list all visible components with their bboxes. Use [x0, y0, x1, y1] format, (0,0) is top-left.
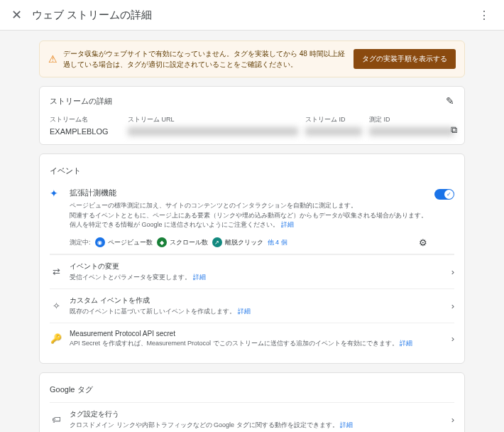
- chevron-right-icon: ›: [451, 266, 454, 277]
- warning-icon: ⚠: [48, 53, 57, 65]
- show-tag-instructions-button[interactable]: タグの実装手順を表示する: [354, 49, 456, 69]
- more-chips-link[interactable]: 他 4 個: [268, 238, 287, 247]
- chevron-right-icon: ›: [451, 414, 454, 425]
- enhanced-measurement-title: 拡張計測機能: [70, 188, 427, 198]
- gear-icon[interactable]: ⚙: [419, 237, 427, 248]
- detail-link[interactable]: 詳細: [400, 340, 412, 347]
- edit-icon[interactable]: ✎: [446, 95, 454, 107]
- events-card: イベント ✦ 拡張計測機能 ページビューの標準測定に加え、サイトのコンテンツとの…: [39, 153, 465, 364]
- stream-url-label: ストリーム URL: [128, 115, 298, 124]
- custom-events-desc: 既存のイベントに基づいて新しいイベントを作成します。 詳細: [70, 307, 444, 316]
- stream-name-value: EXAMPLEBLOG: [50, 127, 121, 136]
- tag-icon: 🏷: [50, 414, 62, 425]
- exit-icon: ↗: [212, 237, 222, 247]
- api-secret-title: Measurement Protocol API secret: [70, 330, 444, 338]
- alert-text: データ収集がウェブサイトで有効になっていません。タグを実装してから 48 時間以…: [63, 48, 348, 70]
- chip-pageview: ◉ページビュー数: [95, 237, 153, 247]
- data-collection-alert: ⚠ データ収集がウェブサイトで有効になっていません。タグを実装してから 48 時…: [39, 40, 465, 77]
- custom-events-row[interactable]: ✧ カスタム イベントを作成 既存のイベントに基づいて新しいイベントを作成します…: [50, 288, 454, 323]
- api-secret-desc: API Secret を作成すれば、Measurement Protocol で…: [70, 339, 444, 348]
- stream-details-card: ストリームの詳細 ✎ ストリーム名 EXAMPLEBLOG ストリーム URL …: [39, 86, 465, 145]
- measurement-id-label: 測定 ID: [369, 115, 454, 124]
- tag-config-row[interactable]: 🏷 タグ設定を行う クロスドメイン リンクや内部トラフィックなどの Google…: [50, 402, 454, 433]
- close-icon[interactable]: ✕: [11, 7, 22, 23]
- key-icon: 🔑: [50, 333, 62, 344]
- sparkle-icon: ✦: [50, 188, 62, 248]
- enhanced-measurement-desc: ページビューの標準測定に加え、サイトのコンテンツとのインタラクションを自動的に測…: [70, 201, 427, 230]
- measurement-id-value: [369, 127, 454, 136]
- page-title: ウェブ ストリームの詳細: [32, 9, 476, 22]
- custom-events-title: カスタム イベントを作成: [70, 296, 444, 306]
- more-menu-icon[interactable]: ⋮: [476, 9, 493, 22]
- sparkle-small-icon: ✧: [50, 301, 62, 311]
- google-tag-card: Google タグ 🏷 タグ設定を行う クロスドメイン リンクや内部トラフィック…: [39, 372, 465, 433]
- scroll-icon: ◆: [157, 237, 167, 247]
- enhanced-measurement-toggle[interactable]: [434, 189, 454, 200]
- tag-config-title: タグ設定を行う: [70, 409, 444, 419]
- stream-details-heading: ストリームの詳細: [50, 96, 112, 107]
- google-tag-heading: Google タグ: [50, 382, 454, 402]
- copy-icon[interactable]: ⧉: [451, 124, 457, 136]
- chevron-right-icon: ›: [451, 301, 454, 311]
- stream-url-value: [128, 127, 298, 136]
- chip-outbound: ↗離脱クリック: [212, 237, 263, 247]
- detail-link[interactable]: 詳細: [340, 421, 353, 428]
- modify-events-title: イベントの変更: [70, 261, 444, 271]
- stream-name-label: ストリーム名: [50, 115, 121, 124]
- api-secret-row[interactable]: 🔑 Measurement Protocol API secret API Se…: [50, 323, 454, 355]
- modify-events-row[interactable]: ⇄ イベントの変更 受信イベントとパラメータを変更します。 詳細 ›: [50, 254, 454, 288]
- stream-id-value: [305, 127, 362, 136]
- chip-scroll: ◆スクロール数: [157, 237, 208, 247]
- detail-link[interactable]: 詳細: [238, 308, 251, 315]
- stream-id-label: ストリーム ID: [305, 115, 362, 124]
- tag-config-desc: クロスドメイン リンクや内部トラフィックなどの Google タグに関する動作を…: [70, 421, 444, 430]
- eye-icon: ◉: [95, 237, 105, 247]
- chevron-right-icon: ›: [451, 333, 454, 344]
- events-heading: イベント: [50, 163, 454, 183]
- measuring-label: 測定中:: [70, 238, 91, 247]
- adjust-icon: ⇄: [50, 266, 62, 277]
- detail-link[interactable]: 詳細: [193, 274, 206, 281]
- detail-link[interactable]: 詳細: [281, 221, 294, 228]
- modify-events-desc: 受信イベントとパラメータを変更します。 詳細: [70, 273, 444, 282]
